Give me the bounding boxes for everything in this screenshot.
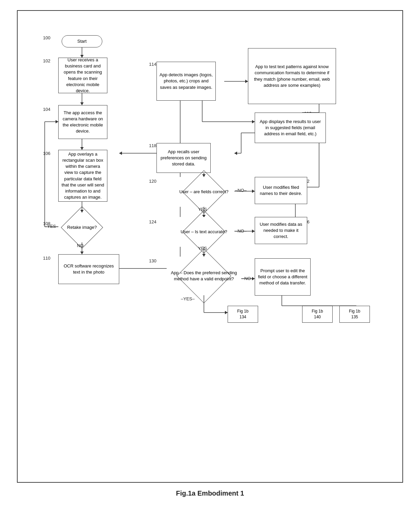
label-120: 120 (149, 179, 156, 184)
node-120: User – are fields correct? (173, 177, 234, 207)
node-132: Prompt user to edit the field or choose … (255, 258, 311, 296)
label-no-124: –NO– (235, 228, 247, 234)
svg-marker-35 (252, 189, 255, 193)
label-114: 114 (149, 62, 156, 67)
label-yes-108: –YES– (45, 224, 58, 229)
label-106: 106 (43, 151, 50, 156)
node-124: User – Is text accurate? (173, 217, 234, 247)
flowchart: 100 Start 102 User receives a business c… (24, 21, 396, 475)
label-118: 118 (149, 143, 156, 148)
figure-caption: Fig.1a Embodiment 1 (176, 489, 244, 497)
node-118: App recalls user preferences on sending … (156, 143, 211, 173)
label-124: 124 (149, 219, 156, 224)
node-110: OCR software recognizes text in the phot… (58, 254, 119, 284)
node-130: App – Does the preferred sending method … (167, 257, 241, 295)
svg-marker-51 (225, 311, 228, 314)
label-no-108: NO (77, 243, 84, 248)
node-104: The app access the camera hardware on th… (58, 105, 107, 139)
node-140: Fig 1b140 (302, 306, 333, 323)
svg-marker-5 (80, 147, 84, 150)
label-no-130: –NO– (242, 276, 253, 281)
node-106: App overlays a rectangular scan box with… (58, 150, 107, 202)
svg-marker-29 (234, 152, 237, 155)
diagram-container: 100 Start 102 User receives a business c… (17, 10, 403, 483)
node-114: App detects images (logos, photos, etc.)… (156, 62, 216, 101)
svg-marker-21 (252, 120, 255, 123)
node-126: User modifies data as needed to make it … (255, 217, 307, 244)
label-104: 104 (43, 107, 50, 112)
svg-marker-42 (252, 229, 255, 233)
label-100: 100 (43, 35, 50, 40)
svg-marker-13 (80, 252, 84, 254)
svg-marker-18 (245, 80, 248, 83)
node-108: Retake image? (58, 213, 106, 242)
label-yes-130: –YES– (181, 296, 194, 301)
node-116: App displays the results to user in sugg… (255, 113, 326, 143)
svg-marker-3 (80, 102, 84, 105)
node-start: Start (62, 35, 102, 47)
label-110: 110 (43, 256, 50, 261)
label-no-120: –NO– (235, 188, 247, 193)
label-130: 130 (149, 258, 156, 263)
node-102: User receives a business card and opens … (58, 58, 107, 93)
label-102: 102 (43, 58, 50, 63)
svg-marker-31 (119, 152, 122, 155)
node-134: Fig 1b134 (228, 306, 258, 323)
node-122: User modifies filed names to their desir… (255, 177, 307, 204)
node-135: Fig 1b135 (339, 306, 370, 323)
node-112: App to test text patterns against know c… (248, 48, 336, 104)
svg-marker-11 (56, 120, 58, 123)
